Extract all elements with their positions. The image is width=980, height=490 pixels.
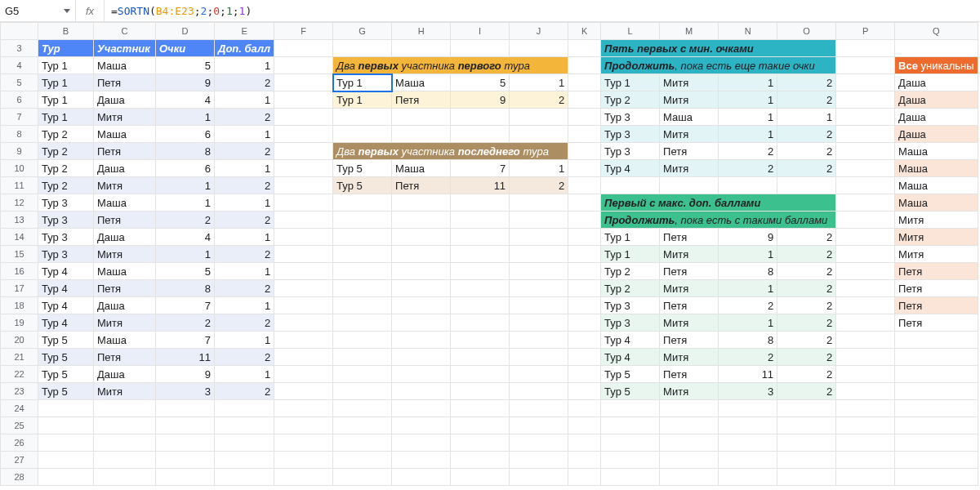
cell[interactable] [333, 383, 392, 400]
cell[interactable] [510, 314, 568, 332]
col-header-I[interactable]: I [451, 23, 510, 40]
cell[interactable] [836, 143, 895, 160]
cell[interactable] [451, 332, 510, 349]
cell[interactable] [392, 366, 451, 383]
cell[interactable] [156, 400, 215, 417]
cell[interactable] [895, 469, 978, 486]
cell[interactable]: Петя [660, 143, 719, 160]
row-header-3[interactable]: 3 [1, 40, 38, 57]
col-header-P[interactable]: P [836, 23, 895, 40]
cell[interactable]: Петя [392, 91, 451, 109]
cell[interactable]: 2 [156, 212, 215, 229]
cell[interactable] [274, 177, 333, 194]
cell[interactable]: Тур 1 [601, 246, 660, 263]
cell[interactable] [94, 452, 156, 469]
cell[interactable]: Тур 2 [38, 143, 94, 160]
cell[interactable] [274, 452, 333, 469]
row-header-9[interactable]: 9 [1, 143, 38, 160]
col-header-D[interactable]: D [156, 23, 215, 40]
cell[interactable] [895, 434, 978, 452]
cell[interactable]: 2 [215, 74, 274, 91]
cell[interactable]: 2 [215, 109, 274, 126]
cell[interactable]: 7 [156, 297, 215, 314]
cell[interactable]: Митя [660, 126, 719, 143]
cell[interactable] [510, 109, 568, 126]
cell[interactable] [836, 246, 895, 263]
cell[interactable] [660, 400, 719, 417]
cell[interactable] [601, 400, 660, 417]
cell[interactable]: 1 [719, 280, 777, 297]
cell[interactable]: 9 [156, 74, 215, 91]
cell[interactable] [274, 74, 333, 91]
row-header-5[interactable]: 5 [1, 74, 38, 91]
cell[interactable] [38, 434, 94, 452]
cell[interactable] [333, 109, 392, 126]
cell[interactable] [274, 349, 333, 366]
cell[interactable]: Тур 5 [38, 383, 94, 400]
cell[interactable]: 8 [719, 332, 777, 349]
cell[interactable] [836, 314, 895, 332]
cell[interactable]: Тур 4 [601, 349, 660, 366]
cell[interactable]: 2 [156, 314, 215, 332]
row-header-19[interactable]: 19 [1, 314, 38, 332]
cell[interactable] [94, 434, 156, 452]
cell[interactable]: Митя [94, 383, 156, 400]
cell[interactable] [94, 417, 156, 434]
cell[interactable] [510, 400, 568, 417]
cell[interactable] [451, 349, 510, 366]
row-header-25[interactable]: 25 [1, 417, 38, 434]
cell[interactable] [836, 212, 895, 229]
cell[interactable] [777, 177, 836, 194]
cell[interactable]: 1 [215, 57, 274, 74]
cell[interactable]: Даша [895, 91, 978, 109]
col-header-B[interactable]: B [38, 23, 94, 40]
cell[interactable]: 2 [777, 297, 836, 314]
cell[interactable] [836, 297, 895, 314]
cell[interactable] [568, 383, 601, 400]
cell[interactable]: Тур 3 [601, 297, 660, 314]
row-header-28[interactable]: 28 [1, 469, 38, 486]
cell[interactable]: Петя [660, 332, 719, 349]
row-header-23[interactable]: 23 [1, 383, 38, 400]
cell[interactable]: Тур 5 [38, 349, 94, 366]
cell[interactable]: 1 [215, 332, 274, 349]
cell[interactable] [601, 452, 660, 469]
cell[interactable]: 2 [777, 246, 836, 263]
cell[interactable] [568, 400, 601, 417]
cell[interactable]: Тур 2 [38, 177, 94, 194]
name-box[interactable]: G5 [0, 0, 76, 21]
cell[interactable] [94, 469, 156, 486]
cell[interactable]: Два первых участника первого тура [333, 57, 568, 74]
cell[interactable]: Маша [895, 143, 978, 160]
cell[interactable]: Даша [895, 109, 978, 126]
cell[interactable] [836, 434, 895, 452]
row-header-4[interactable]: 4 [1, 57, 38, 74]
cell[interactable] [451, 383, 510, 400]
cell[interactable]: Митя [895, 246, 978, 263]
cell[interactable]: Даша [94, 366, 156, 383]
cell[interactable] [777, 400, 836, 417]
cell[interactable]: Петя [660, 229, 719, 246]
cell[interactable]: Тур 3 [38, 229, 94, 246]
cell[interactable] [392, 452, 451, 469]
col-header-F[interactable]: F [274, 23, 333, 40]
cell[interactable]: 1 [719, 74, 777, 91]
cell[interactable]: 8 [719, 263, 777, 280]
cell[interactable] [451, 229, 510, 246]
cell[interactable]: Митя [660, 280, 719, 297]
cell[interactable] [215, 400, 274, 417]
cell[interactable]: 6 [156, 126, 215, 143]
cell[interactable] [510, 469, 568, 486]
row-header-12[interactable]: 12 [1, 194, 38, 212]
cell[interactable]: 1 [215, 297, 274, 314]
cell[interactable]: Митя [660, 349, 719, 366]
row-header-18[interactable]: 18 [1, 297, 38, 314]
cell[interactable]: 7 [156, 332, 215, 349]
cell[interactable] [451, 263, 510, 280]
cell[interactable]: Петя [94, 280, 156, 297]
cell[interactable]: Тур 5 [38, 332, 94, 349]
cell[interactable]: 8 [156, 280, 215, 297]
cell[interactable]: Маша [94, 332, 156, 349]
cell[interactable]: 11 [719, 366, 777, 383]
cell[interactable]: Тур 2 [601, 263, 660, 280]
